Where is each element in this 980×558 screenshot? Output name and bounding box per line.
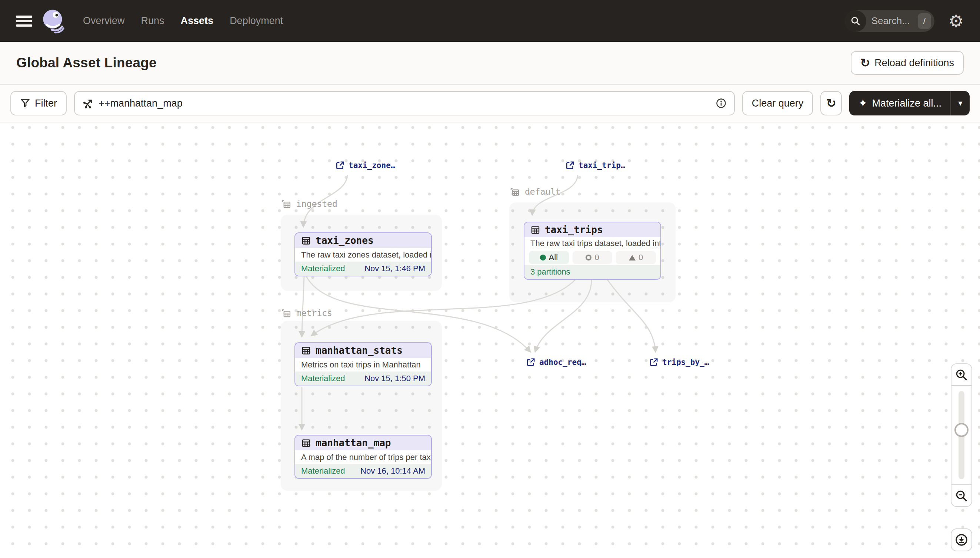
asset-status-row: Materialized Nov 16, 10:14 AM [295, 464, 431, 478]
asset-node-header: taxi_zones [295, 233, 431, 248]
triangle-icon [629, 255, 636, 261]
lineage-edges [0, 123, 980, 557]
refresh-icon: ↻ [826, 97, 836, 109]
nav-overview[interactable]: Overview [83, 15, 125, 27]
external-asset-label: taxi_trip… [578, 161, 625, 170]
materialize-all-button[interactable]: ✦ Materialize all... [849, 91, 950, 115]
materialized-timestamp[interactable]: Nov 15, 1:50 PM [364, 374, 425, 383]
search-placeholder: Search... [871, 15, 918, 27]
external-link-icon [649, 358, 659, 367]
zoom-in-icon [955, 369, 968, 381]
asset-status-row: Materialized Nov 15, 1:50 PM [295, 371, 431, 386]
asset-name: taxi_trips [545, 224, 603, 235]
partition-badge-missing[interactable]: 0 [573, 251, 613, 264]
asset-group-icon [281, 307, 292, 318]
partition-badge-all[interactable]: All [529, 251, 569, 264]
materialize-all-label: Materialize all... [872, 98, 942, 109]
group-label-metrics[interactable]: metrics [281, 307, 332, 318]
asset-node-manhattan-stats[interactable]: manhattan_stats Metrics on taxi trips in… [295, 342, 432, 386]
asset-description: Metrics on taxi trips in Manhattan [295, 358, 431, 371]
reload-icon: ↻ [860, 57, 870, 69]
nav-assets[interactable]: Assets [181, 15, 214, 27]
info-icon[interactable] [716, 98, 727, 109]
nav-runs[interactable]: Runs [141, 15, 165, 27]
page-header: Global Asset Lineage ↻ Reload definition… [0, 42, 980, 85]
graph-selector-icon [82, 98, 93, 109]
zoom-out-button[interactable] [952, 485, 972, 506]
zoom-controls [951, 363, 972, 507]
materialized-timestamp[interactable]: Nov 15, 1:46 PM [364, 264, 425, 274]
recenter-button[interactable] [951, 528, 972, 551]
external-asset-adhoc-request[interactable]: adhoc_req… [526, 358, 586, 367]
filter-label: Filter [35, 98, 57, 109]
asset-name: taxi_zones [316, 235, 374, 246]
top-nav: Overview Runs Assets Deployment Search..… [0, 0, 980, 42]
asset-node-manhattan-map[interactable]: manhattan_map A map of the number of tri… [295, 435, 432, 479]
filter-button[interactable]: Filter [10, 91, 67, 115]
zoom-slider[interactable] [952, 385, 972, 485]
asset-status-row: Materialized Nov 15, 1:46 PM [295, 262, 431, 276]
badge-label: 0 [639, 253, 643, 263]
external-link-icon [565, 161, 575, 170]
nav-links: Overview Runs Assets Deployment [83, 15, 283, 27]
materialized-timestamp[interactable]: Nov 16, 10:14 AM [361, 466, 425, 476]
table-icon [301, 438, 311, 448]
asset-node-header: taxi_trips [524, 222, 660, 237]
asset-query-value: ++manhattan_map [99, 98, 710, 109]
ring-icon [586, 254, 591, 261]
arrow-down-circle-icon [955, 533, 968, 547]
asset-name: manhattan_stats [316, 345, 403, 356]
asset-description: The raw taxi zones dataset, loaded int..… [295, 248, 431, 262]
external-asset-taxi-trip[interactable]: taxi_trip… [565, 161, 625, 170]
reload-definitions-button[interactable]: ↻ Reload definitions [851, 51, 964, 75]
asset-description: The raw taxi trips dataset, loaded into … [524, 237, 660, 250]
asset-description: A map of the number of trips per taxi z.… [295, 450, 431, 464]
dagster-octopus-icon [41, 8, 66, 34]
external-asset-trips-by[interactable]: trips_by_… [649, 358, 709, 367]
clear-query-button[interactable]: Clear query [742, 91, 813, 115]
partition-badge-failed[interactable]: 0 [616, 251, 656, 264]
external-asset-label: taxi_zone… [349, 161, 395, 170]
materialized-status: Materialized [301, 264, 345, 274]
group-label-ingested[interactable]: ingested [281, 199, 338, 209]
lineage-toolbar: Filter ++manhattan_map Clear query ↻ ✦ M… [0, 85, 980, 123]
group-label-default[interactable]: default [509, 186, 561, 197]
badge-label: All [549, 253, 558, 263]
page-title: Global Asset Lineage [16, 55, 156, 71]
asset-node-header: manhattan_map [295, 435, 431, 450]
search-input[interactable]: Search... / [845, 10, 934, 32]
asset-group-icon [509, 186, 520, 197]
table-icon [530, 225, 540, 235]
zoom-slider-handle[interactable] [954, 423, 968, 437]
success-dot-icon [540, 254, 546, 261]
funnel-icon [20, 98, 30, 108]
sparkle-icon: ✦ [858, 98, 867, 109]
reload-definitions-label: Reload definitions [875, 57, 954, 69]
asset-node-header: manhattan_stats [295, 343, 431, 358]
dagster-logo[interactable] [41, 8, 66, 34]
external-asset-label: adhoc_req… [539, 358, 586, 367]
materialize-dropdown-caret[interactable]: ▾ [950, 91, 970, 115]
partitions-count[interactable]: 3 partitions [530, 267, 570, 277]
external-asset-label: trips_by_… [662, 358, 709, 367]
menu-icon[interactable] [16, 16, 32, 27]
external-link-icon [526, 358, 535, 367]
search-shortcut-key: / [918, 13, 931, 29]
lineage-canvas[interactable]: ingested default metrics taxi_zone… taxi… [0, 123, 980, 557]
badge-label: 0 [595, 253, 599, 263]
refresh-button[interactable]: ↻ [820, 91, 842, 115]
asset-node-taxi-zones[interactable]: taxi_zones The raw taxi zones dataset, l… [295, 232, 432, 276]
group-name: ingested [296, 199, 338, 209]
asset-query-input[interactable]: ++manhattan_map [74, 91, 735, 115]
zoom-in-button[interactable] [952, 364, 972, 385]
materialized-status: Materialized [301, 466, 345, 476]
table-icon [301, 346, 311, 356]
asset-group-icon [281, 199, 292, 209]
external-asset-taxi-zone[interactable]: taxi_zone… [335, 161, 395, 170]
asset-node-taxi-trips[interactable]: taxi_trips The raw taxi trips dataset, l… [524, 222, 661, 280]
asset-name: manhattan_map [316, 437, 391, 448]
gear-icon[interactable]: ⚙ [949, 13, 964, 30]
group-name: metrics [296, 308, 332, 318]
nav-deployment[interactable]: Deployment [230, 15, 283, 27]
materialize-split-button: ✦ Materialize all... ▾ [849, 91, 970, 115]
